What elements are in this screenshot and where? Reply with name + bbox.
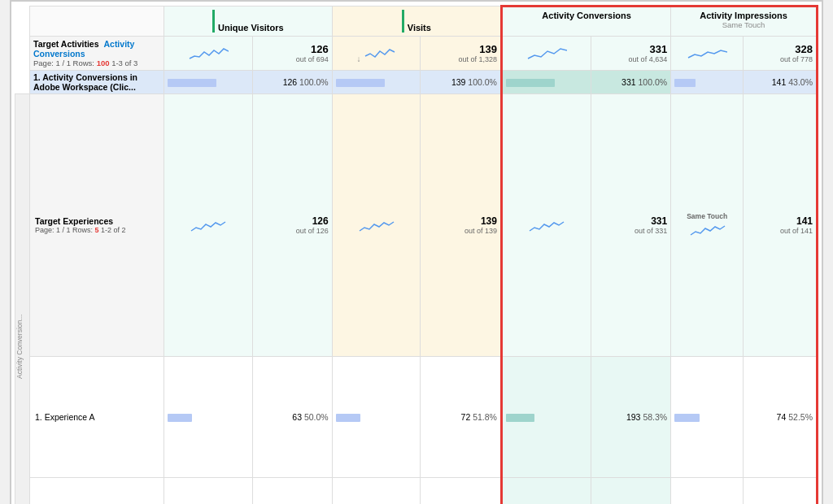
exp-header-label-cell: Target Experiences Page: 1 / 1 Rows: 5 1… [30,94,164,357]
spark-svg [358,216,395,232]
ac-header-label: Activity Conversions [506,11,667,20]
exp-item-v-val: 67 48.2% [421,477,502,504]
progress-bar [168,79,216,87]
act-uv-bar [164,71,253,94]
exp-item-v-bar [332,356,421,477]
ac-main-num: 331 [595,43,667,55]
exp-ai-main: 141 [747,215,813,227]
side-label-cell: Activity Conversion... [15,94,30,505]
exp-ac-main: 331 [595,215,667,227]
uv-main-num: 126 [256,43,329,55]
ai-sub-num: out of 778 [747,55,813,63]
exp-ai-spark-col: Same Touch [671,94,744,357]
page-info: Page: 1 / 1 Rows: 100 1-3 of 3 [33,59,160,67]
exp-item-ai-bar [671,356,744,477]
exp-item-name: 2. Experience B [30,477,164,504]
target-experiences-label: Target Experiences [35,216,159,226]
exp-item-uv-bar [164,356,253,477]
progress-bar [336,79,385,87]
ai-header-label: Activity Impressions [674,11,813,20]
ai-value-cell: 328 out of 778 [744,37,818,71]
exp-item-v-val: 72 51.8% [421,356,502,477]
act-ac-val: 331 100.0% [591,71,671,94]
act-ai-bar [671,71,744,94]
report-container: Unique Visitors Visits Activity Conversi… [10,0,823,504]
activity-conversions-header: Activity Conversions [501,7,670,37]
experience-row: 1. Experience A 63 50.0% 72 51.8% 193 58… [15,356,818,477]
experience-row: 2. Experience B 63 50.0% 67 48.2% 138 41… [15,477,818,504]
uv-sub-num: out of 694 [256,55,329,63]
ai-spark-cell [671,37,744,71]
ai-sparkline [687,44,727,62]
activity-impressions-header: Activity Impressions Same Touch [671,7,818,37]
exp-v-vals: 139 out of 139 [421,94,502,357]
ac-spark-cell [501,37,591,71]
target-activities-label: Target Activities Activity Conversions [33,39,160,59]
exp-uv-spark [164,94,253,357]
exp-item-ac-val: 193 58.3% [591,356,671,477]
exp-item-v-bar [332,477,421,504]
spark-svg [190,216,226,232]
exp-item-ac-bar [501,477,591,504]
activity-conv-rotated: Activity Conversion... [15,94,24,504]
exp-uv-main: 126 [256,215,329,227]
progress-bar [336,414,361,422]
exp-v-sub: out of 139 [424,227,497,235]
same-touch-label: Same Touch [674,212,739,220]
uv-indicator [212,10,215,33]
exp-uv-sub: out of 126 [256,227,329,235]
uv-spark-cell [164,37,253,71]
exp-v-main: 139 [424,215,497,227]
target-activities-cell: Target Activities Activity Conversions P… [30,37,164,71]
uv-sparkline [188,44,229,62]
ac-sub-num: out of 4,634 [595,55,667,63]
exp-item-ac-val: 138 41.7% [591,477,671,504]
ac-value-cell: 331 out of 4,634 [591,37,671,71]
side-spacer [15,71,30,94]
uv-value-cell: 126 out of 694 [252,37,332,71]
spark-svg [528,216,565,232]
progress-bar [674,414,700,422]
column-header-row: Unique Visitors Visits Activity Conversi… [15,7,818,37]
v-main-num: 139 [424,43,497,55]
act-v-bar [332,71,421,94]
act-uv-val: 126 100.0% [252,71,332,94]
exp-ac-vals: 331 out of 331 [591,94,671,357]
v-sub-num: out of 1,328 [424,55,497,63]
exp-item-ai-val: 67 47.5% [744,477,818,504]
side-spacer [15,37,30,71]
act-v-val: 139 100.0% [421,71,502,94]
unique-visitors-label: Unique Visitors [218,23,283,33]
exp-item-uv-val: 63 50.0% [252,477,332,504]
main-table: Unique Visitors Visits Activity Conversi… [15,5,818,504]
exp-ai-sub: out of 141 [747,227,813,235]
v-value-cell: 139 out of 1,328 [421,37,502,71]
exp-ac-spark [501,94,591,357]
v-sparkline [364,44,396,62]
v-indicator [402,10,404,33]
exp-item-uv-bar [164,477,253,504]
activity-row: 1. Activity Conversions in Adobe Workspa… [15,71,818,94]
progress-bar [506,414,534,422]
exp-item-ai-bar [671,477,744,504]
visits-label: Visits [408,23,431,33]
exp-item-ac-bar [501,356,591,477]
main-summary-row: Target Activities Activity Conversions P… [15,37,818,71]
exp-item-ai-val: 74 52.5% [744,356,818,477]
activity-name: 1. Activity Conversions in Adobe Workspa… [30,71,164,94]
exp-page-info: Page: 1 / 1 Rows: 5 1-2 of 2 [35,226,159,234]
progress-bar [674,79,696,87]
ac-sparkline [526,44,567,62]
arrow-icon: ↓ [356,54,360,63]
progress-bar [168,414,192,422]
exp-v-spark [332,94,421,357]
exp-item-uv-val: 63 50.0% [252,356,332,477]
exp-uv-vals: 126 out of 126 [252,94,332,357]
unique-visitors-header: Unique Visitors [164,7,333,37]
exp-ai-vals: 141 out of 141 [744,94,818,357]
exp-item-name: 1. Experience A [30,356,164,477]
act-ai-val: 141 43.0% [744,71,818,94]
label-col-header [30,7,164,37]
exp-header-row: Activity Conversion... Target Experience… [15,94,818,357]
v-spark-cell: ↓ [332,37,421,71]
